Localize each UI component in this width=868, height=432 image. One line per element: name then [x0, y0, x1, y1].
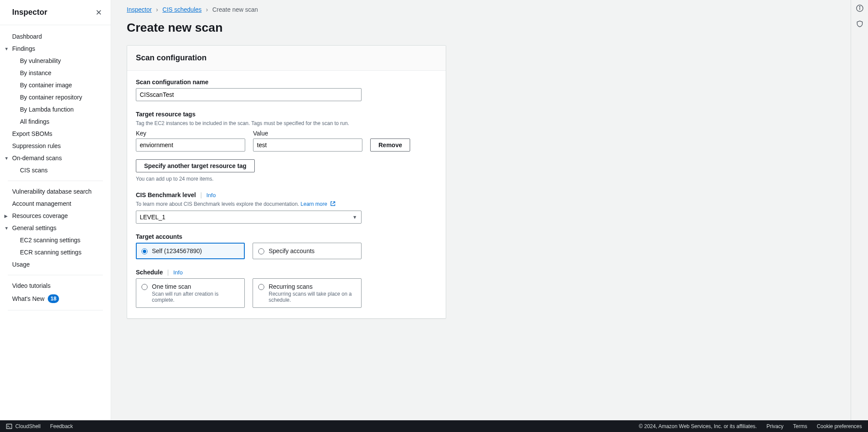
nav-label: EC2 scanning settings	[20, 237, 80, 244]
breadcrumb-inspector[interactable]: Inspector	[127, 6, 152, 13]
nav-findings[interactable]: ▼ Findings	[0, 43, 111, 55]
nav-dashboard[interactable]: Dashboard	[0, 30, 111, 43]
caret-down-icon: ▼	[4, 226, 9, 231]
radio-icon	[258, 248, 264, 254]
nav-label: CIS scans	[20, 167, 48, 174]
nav-resources-coverage[interactable]: ▶ Resources coverage	[0, 210, 111, 222]
svg-rect-3	[7, 424, 12, 429]
footer: CloudShell Feedback © 2024, Amazon Web S…	[0, 420, 868, 432]
learn-more-text: Learn more	[301, 201, 327, 207]
nav-general-settings[interactable]: ▼ General settings	[0, 222, 111, 234]
value-label: Value	[253, 130, 362, 137]
sidebar-nav: Dashboard ▼ Findings By vulnerability By…	[0, 25, 111, 420]
caret-down-icon: ▼	[4, 46, 9, 51]
shield-icon[interactable]	[856, 20, 864, 28]
nav-usage[interactable]: Usage	[0, 258, 111, 270]
nav-ecr-settings[interactable]: ECR scanning settings	[0, 246, 111, 258]
nav-by-container-repo[interactable]: By container repository	[0, 91, 111, 103]
nav-by-container-image[interactable]: By container image	[0, 79, 111, 91]
nav-label: Account management	[12, 200, 71, 207]
nav-label: By instance	[20, 69, 51, 76]
radio-icon	[141, 284, 148, 290]
section-benchmark: CIS Benchmark level | Info To learn more…	[136, 191, 437, 224]
radio-self[interactable]: Self (1234567890)	[136, 243, 245, 259]
tag-key-input[interactable]	[136, 139, 245, 152]
benchmark-label: CIS Benchmark level | Info	[136, 191, 437, 198]
chevron-right-icon: ›	[156, 6, 158, 13]
schedule-info[interactable]: Info	[173, 269, 183, 276]
nav-label: Export SBOMs	[12, 130, 53, 137]
add-tag-button[interactable]: Specify another target resource tag	[136, 159, 255, 172]
nav-label: Video tutorials	[12, 282, 50, 289]
nav-vuln-db[interactable]: Vulnerability database search	[0, 185, 111, 198]
nav-label: Vulnerability database search	[12, 188, 92, 195]
tags-help: Tag the EC2 instances to be included in …	[136, 120, 437, 126]
nav-label: By Lambda function	[20, 106, 74, 113]
privacy-link[interactable]: Privacy	[766, 423, 783, 429]
caret-right-icon: ▶	[4, 214, 8, 218]
radio-icon	[258, 284, 264, 290]
add-tag-help: You can add up to 24 more items.	[136, 176, 437, 182]
schedule-label: Schedule | Info	[136, 269, 437, 276]
breadcrumb: Inspector › CIS schedules › Create new s…	[127, 4, 835, 16]
radio-one-time[interactable]: One time scan Scan will run after creati…	[136, 278, 245, 308]
nav-suppression[interactable]: Suppression rules	[0, 140, 111, 152]
radio-specify[interactable]: Specify accounts	[253, 243, 362, 259]
benchmark-select[interactable]: LEVEL_1	[136, 211, 362, 224]
main-content: Inspector › CIS schedules › Create new s…	[111, 0, 851, 420]
nav-account-mgmt[interactable]: Account management	[0, 198, 111, 210]
info-icon[interactable]	[856, 4, 864, 12]
nav-whats-new[interactable]: What's New 18	[0, 292, 111, 306]
nav-export-sboms[interactable]: Export SBOMs	[0, 128, 111, 140]
tag-value-input[interactable]	[253, 139, 362, 152]
feedback-link[interactable]: Feedback	[50, 423, 73, 429]
external-link-icon	[330, 201, 335, 206]
nav-divider	[8, 275, 103, 275]
cloudshell-icon	[6, 423, 12, 429]
benchmark-info[interactable]: Info	[206, 192, 216, 198]
nav-label: Suppression rules	[12, 142, 61, 149]
nav-by-lambda[interactable]: By Lambda function	[0, 103, 111, 115]
learn-more-link[interactable]: Learn more	[301, 201, 336, 207]
nav-all-findings[interactable]: All findings	[0, 115, 111, 128]
nav-ec2-settings[interactable]: EC2 scanning settings	[0, 234, 111, 246]
tags-label: Target resource tags	[136, 111, 437, 118]
nav-label: Findings	[12, 45, 35, 52]
nav-by-vulnerability[interactable]: By vulnerability	[0, 55, 111, 67]
nav-by-instance[interactable]: By instance	[0, 67, 111, 79]
radio-recurring[interactable]: Recurring scans Recurring scans will tak…	[253, 278, 362, 308]
radio-specify-label: Specify accounts	[269, 247, 315, 254]
nav-label: Usage	[12, 261, 30, 268]
scan-name-input[interactable]	[136, 88, 362, 101]
section-tags: Target resource tags Tag the EC2 instanc…	[136, 111, 437, 182]
section-name: Scan configuration name	[136, 79, 437, 101]
svg-point-2	[859, 7, 860, 7]
benchmark-help: To learn more about CIS Benchmark levels…	[136, 201, 437, 207]
accounts-label: Target accounts	[136, 233, 437, 240]
chevron-right-icon: ›	[206, 6, 208, 13]
sidebar-title: Inspector	[12, 8, 47, 17]
nav-video[interactable]: Video tutorials	[0, 280, 111, 292]
nav-label: By container repository	[20, 94, 82, 101]
nav-cis-scans[interactable]: CIS scans	[0, 164, 111, 176]
nav-label: By vulnerability	[20, 57, 61, 64]
nav-divider	[8, 181, 103, 181]
whats-new-badge: 18	[48, 294, 59, 303]
nav-label: ECR scanning settings	[20, 249, 82, 256]
nav-label: What's New	[12, 295, 44, 302]
schedule-label-text: Schedule	[136, 269, 163, 276]
remove-tag-button[interactable]: Remove	[370, 139, 410, 152]
recurring-sub: Recurring scans will take place on a sch…	[269, 291, 356, 303]
close-icon[interactable]: ✕	[95, 9, 102, 16]
cloudshell-text: CloudShell	[15, 423, 40, 429]
cookies-link[interactable]: Cookie preferences	[817, 423, 862, 429]
nav-label: Resources coverage	[12, 212, 68, 219]
page-title: Create new scan	[127, 21, 835, 35]
breadcrumb-cis-schedules[interactable]: CIS schedules	[162, 6, 201, 13]
nav-label: On-demand scans	[12, 155, 62, 162]
terms-link[interactable]: Terms	[793, 423, 807, 429]
nav-on-demand[interactable]: ▼ On-demand scans	[0, 152, 111, 164]
right-rail	[851, 0, 868, 420]
benchmark-label-text: CIS Benchmark level	[136, 191, 196, 198]
cloudshell-link[interactable]: CloudShell	[6, 423, 40, 429]
